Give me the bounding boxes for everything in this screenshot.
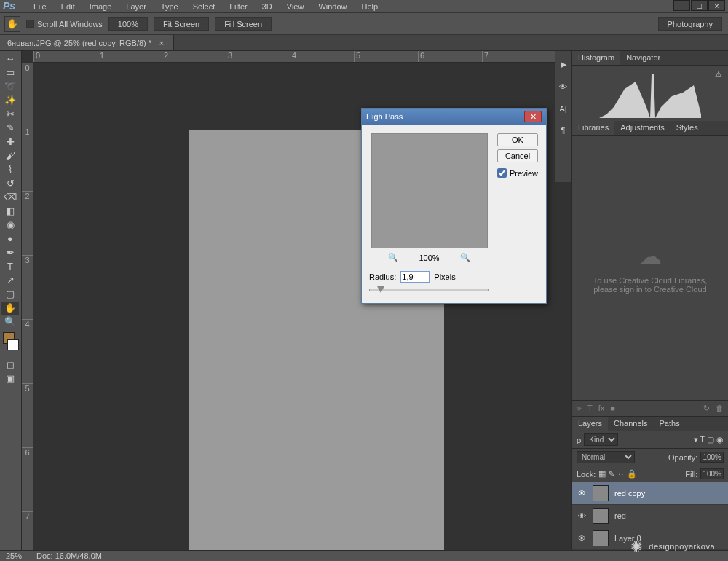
type-tool[interactable]: T: [1, 260, 19, 273]
radius-input[interactable]: [400, 271, 430, 283]
eye-icon[interactable]: 👁: [559, 82, 567, 91]
lasso-tool[interactable]: ➰: [1, 80, 19, 93]
menubar: Ps File Edit Image Layer Type Select Fil…: [0, 0, 728, 13]
refresh-icon[interactable]: ↻: [703, 404, 710, 413]
eraser-tool[interactable]: ⌫: [1, 191, 19, 204]
ok-button[interactable]: OK: [497, 133, 538, 146]
blend-mode-select[interactable]: Normal: [577, 451, 635, 463]
tab-libraries[interactable]: Libraries: [572, 121, 614, 135]
zoom-ratio[interactable]: 100%: [108, 17, 148, 31]
slider-thumb[interactable]: [377, 286, 384, 293]
tab-adjustments[interactable]: Adjustments: [614, 121, 670, 135]
visibility-icon[interactable]: 👁: [577, 534, 587, 543]
radius-label: Radius:: [369, 272, 396, 281]
char-icon[interactable]: A|: [559, 104, 566, 113]
shape-tool[interactable]: ▢: [1, 288, 19, 301]
brush-tool[interactable]: 🖌: [1, 149, 19, 162]
menu-view[interactable]: View: [280, 1, 312, 12]
swatch-icon[interactable]: ■: [610, 404, 615, 413]
fill-value[interactable]: 100%: [700, 468, 724, 479]
radius-slider[interactable]: [369, 289, 489, 291]
tab-histogram[interactable]: Histogram: [572, 51, 620, 65]
eyedropper-tool[interactable]: ✎: [1, 122, 19, 135]
fit-screen-button[interactable]: Fit Screen: [154, 17, 209, 31]
status-bar: 25% Doc: 16.0M/48.0M: [0, 550, 728, 561]
layer-row[interactable]: 👁red copy: [572, 482, 728, 505]
menu-image[interactable]: Image: [82, 1, 119, 12]
workspace-select[interactable]: Photography: [658, 17, 722, 31]
minimize-button[interactable]: –: [673, 0, 690, 11]
opacity-value[interactable]: 100%: [700, 452, 724, 463]
gradient-tool[interactable]: ◧: [1, 205, 19, 218]
fx-icon[interactable]: fx: [598, 404, 605, 413]
status-doc: Doc: 16.0M/48.0M: [36, 552, 102, 560]
filter-preview[interactable]: [371, 133, 488, 248]
zoom-out-icon[interactable]: 🔍: [388, 253, 398, 262]
para-icon[interactable]: ¶: [561, 126, 566, 135]
right-panels: Histogram Navigator ⚠ Libraries Adjustme…: [571, 51, 728, 550]
crop-tool[interactable]: ✂: [1, 108, 19, 121]
background-swatch[interactable]: [7, 339, 19, 350]
play-icon[interactable]: ▶: [561, 60, 566, 69]
status-zoom[interactable]: 25%: [6, 552, 22, 560]
trash-icon[interactable]: 🗑: [716, 404, 724, 413]
quickmask-icon[interactable]: ◻: [1, 358, 19, 372]
menu-select[interactable]: Select: [186, 1, 223, 12]
menu-window[interactable]: Window: [311, 1, 354, 12]
layer-thumb[interactable]: [593, 485, 609, 501]
hand-tool-icon[interactable]: ✋: [4, 16, 20, 32]
menu-filter[interactable]: Filter: [222, 1, 254, 12]
dialog-close-button[interactable]: ✕: [524, 111, 542, 122]
healing-tool[interactable]: ✚: [1, 136, 19, 149]
scroll-all-checkbox[interactable]: Scroll All Windows: [26, 20, 103, 28]
layer-row[interactable]: 👁red: [572, 505, 728, 527]
preview-checkbox-input[interactable]: [497, 168, 507, 178]
menu-file[interactable]: File: [26, 1, 54, 12]
visibility-icon[interactable]: 👁: [577, 489, 587, 498]
ruler-vertical: 01234567: [22, 63, 33, 550]
maximize-button[interactable]: □: [691, 0, 708, 11]
visibility-icon[interactable]: 👁: [577, 511, 587, 520]
tab-navigator[interactable]: Navigator: [620, 51, 666, 65]
stamp-tool[interactable]: ⌇: [1, 163, 19, 176]
tab-paths[interactable]: Paths: [654, 417, 686, 431]
link-icon[interactable]: ⎆: [577, 404, 582, 413]
layer-filter-kind[interactable]: Kind: [584, 434, 618, 446]
preview-label: Preview: [510, 169, 538, 178]
menu-3d[interactable]: 3D: [255, 1, 280, 12]
document-tab[interactable]: 6новая.JPG @ 25% (red copy, RGB/8) * ×: [0, 35, 174, 50]
menu-edit[interactable]: Edit: [54, 1, 82, 12]
dodge-tool[interactable]: ●: [1, 232, 19, 246]
zoom-tool[interactable]: 🔍: [1, 315, 19, 329]
tab-close-icon[interactable]: ×: [157, 39, 166, 47]
menu-help[interactable]: Help: [355, 1, 386, 12]
move-tool[interactable]: ↔: [1, 52, 19, 66]
tab-channels[interactable]: Channels: [608, 417, 653, 431]
histogram: ⚠: [572, 66, 728, 121]
tab-layers[interactable]: Layers: [572, 417, 608, 431]
preview-checkbox[interactable]: Preview: [497, 168, 538, 178]
marquee-tool[interactable]: ▭: [1, 66, 19, 79]
menu-layer[interactable]: Layer: [119, 1, 154, 12]
layer-thumb[interactable]: [593, 530, 609, 546]
path-tool[interactable]: ↗: [1, 274, 19, 287]
fill-screen-button[interactable]: Fill Screen: [215, 17, 272, 31]
opacity-label: Opacity:: [668, 453, 697, 462]
layer-thumb[interactable]: [593, 508, 609, 524]
zoom-in-icon[interactable]: 🔍: [460, 253, 470, 262]
pen-tool[interactable]: ✒: [1, 246, 19, 259]
toolbox: ↔ ▭ ➰ ✨ ✂ ✎ ✚ 🖌 ⌇ ↺ ⌫ ◧ ◉ ● ✒ T ↗ ▢ ✋ 🔍 …: [0, 51, 22, 550]
wand-tool[interactable]: ✨: [1, 94, 19, 107]
screenmode-icon[interactable]: ▣: [1, 372, 19, 385]
ruler-horizontal: 01234567: [33, 51, 571, 63]
menu-type[interactable]: Type: [154, 1, 186, 12]
layer-blend-row: Normal Opacity: 100%: [572, 449, 728, 466]
hand-tool[interactable]: ✋: [1, 302, 19, 315]
blur-tool[interactable]: ◉: [1, 219, 19, 232]
history-brush-tool[interactable]: ↺: [1, 177, 19, 190]
type-icon[interactable]: T: [587, 404, 593, 413]
warning-icon[interactable]: ⚠: [715, 70, 722, 79]
close-button[interactable]: ×: [708, 0, 725, 11]
cancel-button[interactable]: Cancel: [497, 149, 538, 162]
tab-styles[interactable]: Styles: [670, 121, 704, 135]
